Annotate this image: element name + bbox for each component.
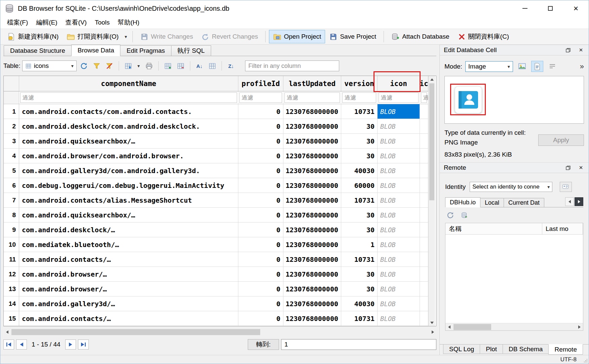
first-record-button[interactable] (3, 339, 14, 350)
cell-componentName[interactable]: com.android.deskclock/… (19, 223, 238, 237)
identity-select[interactable]: Select an identity to conne ▾ (470, 182, 552, 192)
scroll-left-button[interactable] (445, 323, 453, 331)
table-row[interactable]: 15 com.android.contacts/… 0 123076800000… (4, 311, 428, 326)
menu-item[interactable]: Tools (91, 16, 114, 29)
horizontal-scrollbar-thumb[interactable] (11, 329, 260, 335)
cell-lastUpdated[interactable]: 1230768000000 (283, 267, 341, 282)
filter-input-componentName[interactable]: 過濾 (19, 91, 238, 104)
table-row[interactable]: 4 com.android.browser/com.android.browse… (4, 149, 428, 163)
cell-profileId[interactable]: 0 (238, 252, 283, 267)
save-table-dropdown[interactable]: ▾ (135, 59, 142, 73)
undock-panel-button[interactable] (564, 164, 572, 171)
cell-icon-blob[interactable]: BLOB (378, 104, 420, 119)
cell-overflow[interactable] (420, 104, 428, 119)
cell-componentName[interactable]: com.android.browser/… (19, 267, 238, 282)
menu-item[interactable]: 檔案(F) (3, 16, 32, 29)
remote-tab[interactable]: Local (480, 198, 504, 207)
clone-database-button[interactable] (459, 210, 469, 220)
cell-componentName[interactable]: com.mediatek.bluetooth/… (19, 237, 238, 252)
cell-lastUpdated[interactable]: 1230768000000 (283, 163, 341, 178)
cell-componentName[interactable]: com.debug.loggerui/com.debug.loggerui.Ma… (19, 178, 238, 193)
cell-componentName[interactable]: com.android.gallery3d/com.android.galler… (19, 163, 238, 178)
table-row[interactable]: 14 com.android.gallery3d/… 0 12307680000… (4, 296, 428, 311)
cell-lastUpdated[interactable]: 1230768000000 (283, 119, 341, 134)
list-column-name[interactable]: 名稱 (445, 223, 542, 234)
cell-overflow[interactable] (420, 163, 428, 178)
previous-page-button[interactable] (16, 339, 27, 350)
more-tools-button[interactable]: » (580, 62, 584, 71)
dock-tab[interactable]: SQL Log (443, 345, 480, 354)
cell-icon-blob[interactable]: BLOB (378, 208, 420, 223)
table-row[interactable]: 8 com.android.quicksearchbox/… 0 1230768… (4, 208, 428, 223)
cell-version[interactable]: 1 (341, 237, 378, 252)
remote-list-body[interactable] (445, 235, 583, 323)
cell-profileId[interactable]: 0 (238, 311, 283, 326)
edit-record-button[interactable] (207, 60, 218, 72)
cell-overflow[interactable] (420, 119, 428, 134)
row-number[interactable]: 12 (4, 267, 19, 282)
cell-componentName[interactable]: com.android.quicksearchbox/… (19, 134, 238, 149)
table-row[interactable]: 12 com.android.browser/… 0 1230768000000… (4, 267, 428, 282)
close-database-button[interactable]: 關閉資料庫(C) (454, 30, 513, 43)
list-column-last-modified[interactable]: Last mo (542, 223, 583, 234)
cell-icon-blob[interactable]: BLOB (378, 119, 420, 134)
attach-database-button[interactable]: Attach Database (387, 30, 453, 43)
sort-asc-button[interactable]: A↓ (194, 60, 205, 72)
cell-lastUpdated[interactable]: 1230768000000 (283, 296, 341, 311)
grid-corner[interactable] (4, 76, 19, 91)
cell-icon-blob[interactable]: BLOB (378, 237, 420, 252)
scroll-down-button[interactable] (429, 319, 435, 326)
cell-overflow[interactable] (420, 178, 428, 193)
undock-panel-button[interactable] (564, 46, 572, 54)
cell-icon-blob[interactable]: BLOB (378, 223, 420, 237)
dock-tab[interactable]: DB Schema (503, 345, 549, 354)
row-number[interactable]: 7 (4, 193, 19, 208)
row-number[interactable]: 6 (4, 178, 19, 193)
mode-select[interactable]: Image ▾ (465, 61, 513, 72)
row-number[interactable]: 5 (4, 163, 19, 178)
row-number[interactable]: 13 (4, 282, 19, 296)
cell-profileId[interactable]: 0 (238, 282, 283, 296)
cell-icon-blob[interactable]: BLOB (378, 282, 420, 296)
cell-componentName[interactable]: com.android.quicksearchbox/… (19, 208, 238, 223)
column-header-componentName[interactable]: componentName (19, 76, 238, 91)
text-mode-toggle-button[interactable] (531, 61, 543, 72)
goto-button[interactable]: 轉到: (248, 339, 279, 350)
cell-version[interactable]: 30 (341, 223, 378, 237)
menu-item[interactable]: 查看(V) (62, 16, 91, 29)
cell-version[interactable]: 10731 (341, 104, 378, 119)
filter-input-overflow[interactable]: 過濾 (420, 91, 428, 104)
cell-componentName[interactable]: com.android.contacts/… (19, 311, 238, 326)
cell-version[interactable]: 10731 (341, 311, 378, 326)
filter-input-version[interactable]: 過濾 (341, 91, 378, 104)
word-wrap-button[interactable] (546, 61, 558, 72)
close-panel-button[interactable]: ✕ (577, 46, 585, 54)
tab-scroll-right-button[interactable] (575, 197, 583, 206)
column-header-lastUpdated[interactable]: lastUpdated (283, 76, 341, 91)
table-row[interactable]: 9 com.android.deskclock/… 0 123076800000… (4, 223, 428, 237)
scroll-right-button[interactable] (429, 328, 436, 336)
cell-version[interactable]: 30 (341, 149, 378, 163)
cell-version[interactable]: 30 (341, 134, 378, 149)
row-number[interactable]: 14 (4, 296, 19, 311)
cell-profileId[interactable]: 0 (238, 149, 283, 163)
cell-version[interactable]: 30 (341, 282, 378, 296)
maximize-button[interactable] (538, 0, 563, 16)
cell-version[interactable]: 30 (341, 208, 378, 223)
next-page-button[interactable] (65, 339, 76, 350)
table-row[interactable]: 1 com.android.contacts/com.android.conta… (4, 104, 428, 119)
cell-componentName[interactable]: com.android.contacts/… (19, 252, 238, 267)
cell-version[interactable]: 10731 (341, 252, 378, 267)
cell-profileId[interactable]: 0 (238, 223, 283, 237)
cell-lastUpdated[interactable]: 1230768000000 (283, 104, 341, 119)
cell-componentName[interactable]: com.android.contacts/com.android.contact… (19, 104, 238, 119)
table-row[interactable]: 13 com.android.browser/… 0 1230768000000… (4, 282, 428, 296)
table-row[interactable]: 5 com.android.gallery3d/com.android.gall… (4, 163, 428, 178)
close-panel-button[interactable]: ✕ (577, 164, 585, 171)
import-data-button[interactable] (516, 61, 528, 72)
new-database-button[interactable]: 新建資料庫(N) (3, 30, 63, 43)
import-identity-button[interactable] (560, 182, 572, 192)
row-number[interactable]: 1 (4, 104, 19, 119)
cell-version[interactable]: 30 (341, 119, 378, 134)
table-row[interactable]: 11 com.android.contacts/… 0 123076800000… (4, 252, 428, 267)
